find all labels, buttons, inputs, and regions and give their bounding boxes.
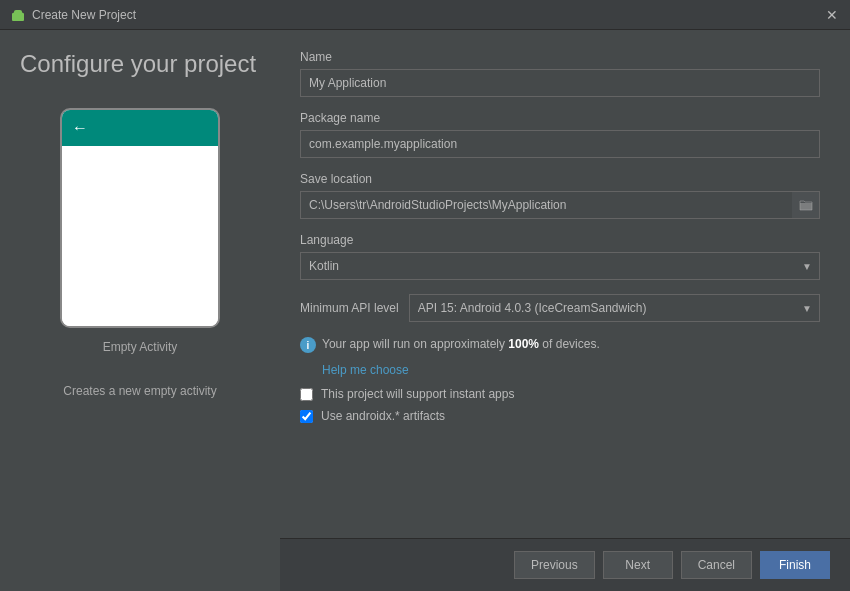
cancel-button[interactable]: Cancel xyxy=(681,551,752,579)
package-name-input[interactable] xyxy=(300,130,820,158)
creates-label: Creates a new empty activity xyxy=(63,384,216,398)
save-location-input[interactable] xyxy=(300,191,820,219)
androidx-checkbox-row: Use androidx.* artifacts xyxy=(300,409,820,423)
save-location-label: Save location xyxy=(300,172,820,186)
title-bar-text: Create New Project xyxy=(32,8,824,22)
language-group: Language Kotlin Java ▼ xyxy=(300,233,820,280)
footer: Previous Next Cancel Finish xyxy=(280,538,850,591)
instant-apps-checkbox-row: This project will support instant apps xyxy=(300,387,820,401)
name-input[interactable] xyxy=(300,69,820,97)
right-panel: Name Package name Save location xyxy=(280,30,850,538)
instant-apps-label: This project will support instant apps xyxy=(321,387,514,401)
left-panel: Configure your project ← Empty Activity … xyxy=(0,30,280,591)
close-button[interactable]: ✕ xyxy=(824,7,840,23)
back-arrow-icon: ← xyxy=(72,119,88,137)
page-title: Configure your project xyxy=(20,50,256,78)
svg-rect-3 xyxy=(14,10,22,14)
language-select-wrapper: Kotlin Java ▼ xyxy=(300,252,820,280)
next-button[interactable]: Next xyxy=(603,551,673,579)
androidx-label: Use androidx.* artifacts xyxy=(321,409,445,423)
androidx-checkbox[interactable] xyxy=(300,410,313,423)
package-name-group: Package name xyxy=(300,111,820,158)
dialog-body: Configure your project ← Empty Activity … xyxy=(0,30,850,591)
language-label: Language xyxy=(300,233,820,247)
previous-button[interactable]: Previous xyxy=(514,551,595,579)
info-row: i Your app will run on approximately 100… xyxy=(300,336,820,353)
app-icon xyxy=(10,7,26,23)
title-bar: Create New Project ✕ xyxy=(0,0,850,30)
info-text-suffix: of devices. xyxy=(539,337,600,351)
api-select-wrapper: API 15: Android 4.0.3 (IceCreamSandwich)… xyxy=(409,294,820,322)
phone-header: ← xyxy=(62,110,218,146)
finish-button[interactable]: Finish xyxy=(760,551,830,579)
info-text-prefix: Your app will run on approximately xyxy=(322,337,508,351)
name-label: Name xyxy=(300,50,820,64)
info-icon: i xyxy=(300,337,316,353)
api-level-label: Minimum API level xyxy=(300,301,399,315)
api-level-row: Minimum API level API 15: Android 4.0.3 … xyxy=(300,294,820,322)
api-level-select[interactable]: API 15: Android 4.0.3 (IceCreamSandwich)… xyxy=(409,294,820,322)
instant-apps-checkbox[interactable] xyxy=(300,388,313,401)
folder-browse-button[interactable] xyxy=(792,191,820,219)
activity-label: Empty Activity xyxy=(103,340,178,354)
svg-rect-0 xyxy=(12,13,24,21)
package-name-label: Package name xyxy=(300,111,820,125)
phone-mockup: ← xyxy=(60,108,220,328)
phone-content xyxy=(62,146,218,326)
help-link[interactable]: Help me choose xyxy=(322,363,820,377)
save-location-input-wrapper xyxy=(300,191,820,219)
right-section: Name Package name Save location xyxy=(280,30,850,591)
save-location-group: Save location xyxy=(300,172,820,219)
language-select[interactable]: Kotlin Java xyxy=(300,252,820,280)
info-text: Your app will run on approximately 100% … xyxy=(322,336,600,353)
info-percent: 100% xyxy=(508,337,539,351)
name-group: Name xyxy=(300,50,820,97)
